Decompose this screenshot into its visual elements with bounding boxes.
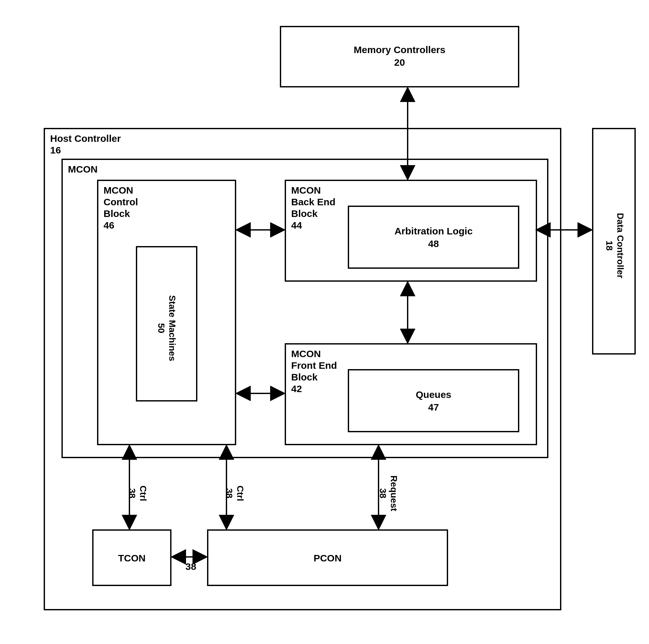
mcon-title: MCON <box>68 163 98 175</box>
arbitration-logic-title: Arbitration Logic 48 <box>349 225 518 250</box>
state-machines-title: State Machines 50 <box>156 285 177 372</box>
arbitration-logic-box: Arbitration Logic 48 <box>348 206 519 269</box>
tcon-box: TCON <box>92 529 171 586</box>
tcon-title: TCON <box>93 552 170 564</box>
ctrl-38-label-2: Ctrl 38 <box>224 472 245 515</box>
host-controller-title: Host Controller 16 <box>50 133 121 156</box>
memory-controllers-title: Memory Controllers 20 <box>281 43 518 69</box>
memory-controllers-box: Memory Controllers 20 <box>280 26 519 87</box>
queues-title: Queues 47 <box>349 388 518 413</box>
ctrl-38-label-1: Ctrl 38 <box>127 472 148 515</box>
tcon-pcon-38-label: 38 <box>181 560 201 573</box>
data-controller-title: Data Controller 18 <box>604 204 625 288</box>
pcon-box: PCON <box>207 529 448 586</box>
pcon-title: PCON <box>208 552 447 564</box>
request-38-label: Request 38 <box>377 466 399 521</box>
mcon-control-title: MCON Control Block 46 <box>103 185 138 231</box>
mcon-backend-title: MCON Back End Block 44 <box>291 185 336 231</box>
queues-box: Queues 47 <box>348 369 519 432</box>
mcon-frontend-title: MCON Front End Block 42 <box>291 348 337 395</box>
